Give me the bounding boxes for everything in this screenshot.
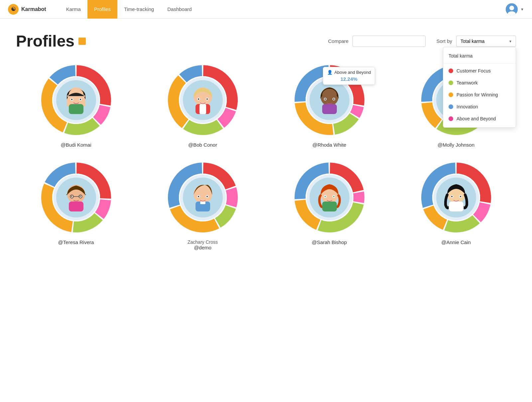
profile-name: @Teresa Rivera (58, 239, 94, 245)
dot-customer-focus (449, 68, 453, 73)
svg-rect-87 (449, 201, 464, 211)
nav-karma[interactable]: Karma (60, 0, 87, 19)
nav-dashboard[interactable]: Dashboard (161, 0, 198, 19)
profiles-grid: @Budi Komai (16, 64, 516, 250)
dropdown-divider (443, 63, 516, 64)
svg-point-35 (325, 98, 326, 100)
main-nav: Karma Profiles Time-tracking Dashboard (60, 0, 506, 19)
dropdown-item-passion[interactable]: Passion for Winning (443, 89, 516, 101)
nav-profiles[interactable]: Profiles (87, 0, 117, 19)
header-right: ▼ (506, 3, 524, 15)
donut-chart (420, 161, 493, 234)
profile-card[interactable]: @Budi Komai (16, 64, 136, 148)
profile-name: @Molly Johnson (438, 142, 474, 148)
title-icon (78, 38, 86, 45)
tooltip-icon: 👤 (327, 70, 332, 75)
profile-card[interactable]: Zachary Cross @demo (143, 161, 263, 250)
main-content: Profiles Compare Sort by Total karma Tot… (0, 19, 532, 402)
profile-tooltip: 👤 Above and Beyond 12.24% (323, 67, 375, 85)
logo-icon: ☯ (8, 4, 19, 15)
dropdown-item-innovation[interactable]: Innovation (443, 101, 516, 113)
dropdown-item-above-beyond[interactable]: Above and Beyond (443, 113, 516, 125)
svg-rect-21 (200, 104, 206, 114)
svg-point-80 (333, 196, 334, 197)
svg-rect-52 (69, 201, 83, 211)
profile-card[interactable]: @Teresa Rivera (16, 161, 136, 250)
profile-name: @Budi Komai (61, 142, 91, 148)
dot-innovation (449, 104, 453, 109)
nav-time-tracking[interactable]: Time-tracking (117, 0, 161, 19)
sort-select-wrapper: Total karma (456, 36, 516, 47)
svg-point-79 (325, 196, 326, 197)
profile-card[interactable]: @Annie Cain (396, 161, 516, 250)
sort-group: Sort by Total karma Total karma Customer… (436, 36, 516, 47)
dropdown-title[interactable]: Total karma (443, 50, 516, 62)
page-header: Profiles Compare Sort by Total karma Tot… (16, 32, 516, 50)
svg-point-13 (71, 99, 72, 100)
donut-container (40, 64, 113, 137)
svg-rect-66 (200, 201, 205, 204)
svg-point-25 (206, 98, 208, 100)
svg-point-90 (451, 196, 453, 197)
profile-name: @Rhoda White (313, 142, 346, 148)
donut-container (166, 64, 239, 137)
svg-point-1 (509, 6, 514, 10)
sort-select[interactable]: Total karma (456, 36, 516, 47)
svg-point-70 (206, 196, 208, 197)
label-innovation: Innovation (457, 104, 478, 109)
label-passion: Passion for Winning (457, 92, 498, 97)
svg-rect-10 (69, 104, 83, 114)
svg-point-14 (80, 99, 81, 100)
donut-container (293, 161, 366, 234)
svg-point-59 (79, 196, 80, 197)
svg-point-58 (71, 196, 72, 197)
profile-name: @Sarah Bishop (312, 239, 347, 245)
svg-rect-32 (322, 104, 337, 114)
donut-chart (293, 161, 366, 234)
donut-container (420, 161, 493, 234)
dot-teamwork (449, 80, 453, 85)
donut-chart (166, 161, 239, 234)
dot-passion (449, 92, 453, 97)
profile-card[interactable]: @Sarah Bishop (269, 161, 389, 250)
donut-container: 👤 Above and Beyond 12.24% (293, 64, 366, 137)
sort-label: Sort by (436, 38, 452, 44)
donut-container (40, 161, 113, 234)
label-teamwork: Teamwork (457, 80, 478, 85)
donut-chart (40, 161, 113, 234)
compare-label: Compare (328, 38, 349, 44)
svg-point-36 (333, 98, 334, 100)
user-avatar[interactable] (506, 3, 518, 15)
profile-card[interactable]: @Bob Conor (143, 64, 263, 148)
header: ☯ Karmabot Karma Profiles Time-tracking … (0, 0, 532, 19)
app-name: Karmabot (21, 6, 46, 12)
tooltip-value: 12.24% (327, 76, 371, 82)
logo[interactable]: ☯ Karmabot (8, 4, 46, 15)
donut-chart (40, 64, 113, 137)
profile-subname: Zachary Cross (188, 239, 218, 245)
profile-card[interactable]: 👤 Above and Beyond 12.24% @Rhoda White (269, 64, 389, 148)
svg-point-24 (198, 98, 199, 100)
sort-dropdown: Total karma Customer Focus Teamwork Pass… (443, 47, 516, 128)
label-above-beyond: Above and Beyond (457, 116, 496, 121)
dot-above-beyond (449, 116, 453, 121)
tooltip-label-text: Above and Beyond (334, 70, 371, 75)
label-customer-focus: Customer Focus (457, 68, 491, 73)
profile-name: @demo (194, 245, 211, 250)
svg-rect-76 (322, 201, 337, 211)
page-title: Profiles (16, 32, 74, 50)
user-menu-arrow[interactable]: ▼ (520, 7, 524, 11)
svg-point-69 (198, 196, 199, 197)
profile-name: @Bob Conor (188, 142, 217, 148)
dropdown-item-customer-focus[interactable]: Customer Focus (443, 65, 516, 77)
profile-name: @Annie Cain (441, 239, 471, 245)
svg-point-91 (460, 196, 461, 197)
compare-input[interactable] (352, 36, 426, 47)
donut-chart (166, 64, 239, 137)
page-title-group: Profiles (16, 32, 86, 50)
compare-group: Compare (328, 36, 426, 47)
donut-container (166, 161, 239, 234)
dropdown-item-teamwork[interactable]: Teamwork (443, 77, 516, 89)
